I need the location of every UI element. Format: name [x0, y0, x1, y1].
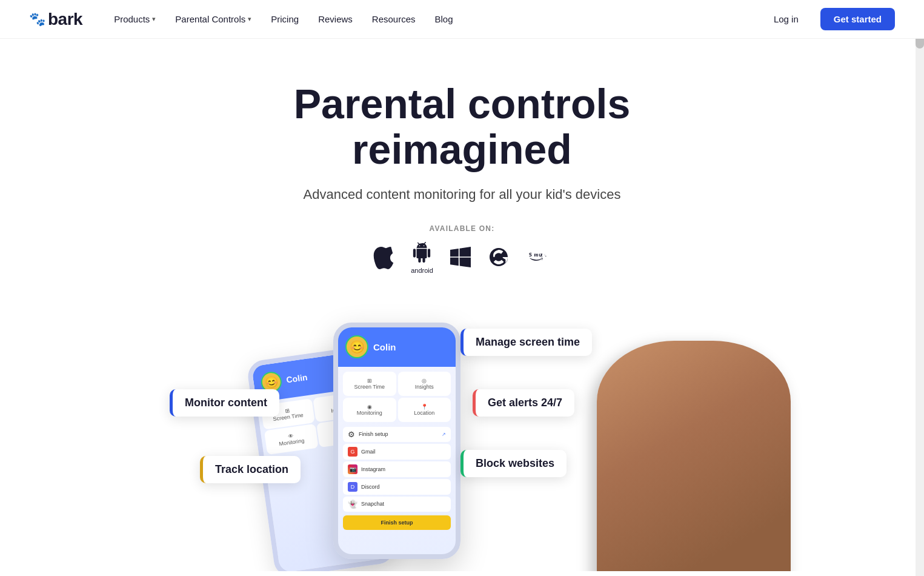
phone-child-name: Colin	[373, 342, 396, 352]
android-label: android	[411, 267, 433, 274]
nav-item-blog[interactable]: Blog	[428, 9, 460, 29]
scrollbar[interactable]	[916, 0, 924, 576]
nav-item-resources[interactable]: Resources	[365, 9, 423, 29]
platform-windows	[450, 247, 471, 267]
login-button[interactable]: Log in	[762, 9, 811, 29]
nav-right: Log in Get started	[762, 8, 895, 30]
apple-icon	[373, 245, 394, 269]
chevron-down-icon: ▾	[248, 15, 251, 23]
chevron-down-icon: ▾	[152, 15, 156, 23]
get-started-button[interactable]: Get started	[820, 8, 895, 30]
platform-chrome	[488, 246, 510, 268]
tag-track-location[interactable]: Track location	[200, 456, 301, 483]
logo[interactable]: 🐾 bark	[29, 10, 82, 29]
nav-item-parental-controls[interactable]: Parental Controls ▾	[168, 9, 259, 29]
main-phone: 😊 Colin ⊞Screen Time ◎Insights ◉Monitori…	[333, 323, 460, 559]
avatar-main: 😊	[345, 335, 368, 358]
hand-area	[597, 341, 791, 571]
android-icon	[411, 240, 432, 264]
platform-apple	[373, 245, 394, 269]
chrome-icon	[488, 246, 510, 268]
finish-bar: Finish setup	[343, 515, 451, 530]
available-section: AVAILABLE ON: android	[373, 224, 551, 274]
platform-amazon	[527, 246, 551, 268]
tag-manage-screen-time[interactable]: Manage screen time	[460, 329, 592, 356]
hero-subtitle: Advanced content monitoring for all your…	[304, 187, 621, 203]
navigation: 🐾 bark Products ▾ Parental Controls ▾ Pr…	[0, 0, 924, 39]
tag-block-websites[interactable]: Block websites	[460, 450, 567, 477]
available-label: AVAILABLE ON:	[430, 224, 495, 233]
windows-icon	[450, 247, 471, 267]
nav-item-pricing[interactable]: Pricing	[264, 9, 306, 29]
nav-links: Products ▾ Parental Controls ▾ Pricing R…	[107, 9, 762, 29]
hero-title: Parental controls reimagined	[190, 81, 735, 172]
hero-section: Parental controls reimagined Advanced co…	[0, 39, 924, 292]
hero-image-area: 😊 Colin ⊞Screen Time 🔍Insights 👁Monitori…	[0, 292, 924, 571]
logo-text: bark	[48, 10, 82, 29]
logo-icon: 🐾	[29, 12, 45, 27]
phone-name: Colin	[285, 372, 308, 384]
nav-item-reviews[interactable]: Reviews	[311, 9, 360, 29]
nav-item-products[interactable]: Products ▾	[107, 9, 163, 29]
amazon-icon	[527, 246, 551, 268]
platform-android: android	[411, 240, 433, 274]
tag-monitor-content[interactable]: Monitor content	[170, 389, 279, 417]
platform-icons: android	[373, 240, 551, 274]
tag-get-alerts[interactable]: Get alerts 24/7	[473, 389, 574, 417]
